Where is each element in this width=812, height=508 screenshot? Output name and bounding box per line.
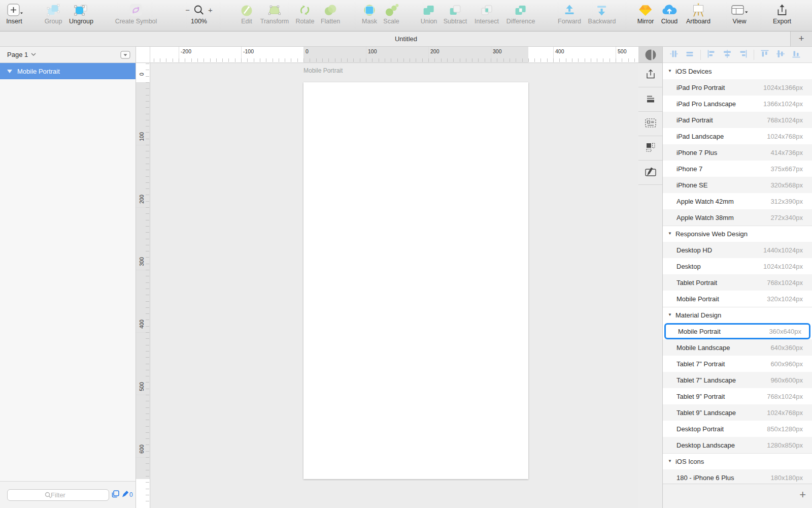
transform-button[interactable]: Transform [260, 2, 289, 25]
align-middle-vertically-button[interactable] [775, 49, 786, 61]
device-preset-row[interactable]: Apple Watch 42mm312x390px [663, 193, 812, 209]
page-selector[interactable]: Page 1 [0, 47, 136, 63]
device-section-header[interactable]: ▼iOS Icons [663, 453, 812, 469]
group-button[interactable]: Group [45, 2, 62, 25]
rotate-button[interactable]: Rotate [296, 2, 315, 25]
edit-label: Edit [240, 18, 254, 25]
sidebar-footer: 0 [0, 481, 136, 508]
device-preset-row[interactable]: iPhone SE320x568px [663, 177, 812, 193]
mask-button[interactable]: Mask [362, 2, 377, 25]
new-tab-button[interactable]: + [790, 31, 812, 47]
align-top-button[interactable] [760, 49, 770, 61]
cloud-button[interactable]: Cloud [661, 2, 678, 25]
preset-list-footer: + [663, 484, 812, 508]
rotate-icon [296, 2, 315, 18]
zoom-out-button[interactable]: − [185, 6, 190, 14]
device-preset-row[interactable]: Apple Watch 38mm272x340px [663, 209, 812, 226]
add-preset-button[interactable]: + [799, 488, 806, 501]
ruler-tick [154, 58, 154, 62]
distribute-horizontally-button[interactable] [669, 49, 679, 61]
create-symbol-button[interactable]: Create Symbol [115, 2, 157, 25]
ungroup-button[interactable]: Ungroup [69, 2, 93, 25]
page-list-toggle-icon[interactable] [120, 51, 130, 59]
annotate-pen-tool[interactable] [638, 161, 662, 185]
device-preset-row[interactable]: Desktop HD1440x1024px [663, 242, 812, 258]
device-preset-row[interactable]: Mobile Portrait320x1024px [663, 291, 812, 307]
device-preset-row[interactable]: iPhone 7375x667px [663, 161, 812, 177]
pencil-icon[interactable] [121, 490, 129, 498]
view-button[interactable]: View [730, 2, 749, 25]
align-right-button[interactable] [738, 49, 748, 61]
device-preset-row[interactable]: Mobile Landscape640x360px [663, 339, 812, 356]
ruler-tick [146, 420, 149, 420]
device-preset-row[interactable]: Tablet 9” Landscape1024x768px [663, 404, 812, 421]
ruler-tick [146, 414, 149, 414]
ruler-tick [146, 226, 149, 227]
device-preset-row[interactable]: iPhone 7 Plus414x736px [663, 144, 812, 161]
union-button[interactable]: Union [421, 2, 437, 25]
device-preset-row[interactable]: Tablet Portrait768x1024px [663, 274, 812, 291]
device-preset-row[interactable]: Desktop1024x1024px [663, 258, 812, 274]
craft-logo-cell[interactable] [638, 47, 662, 63]
forward-button[interactable]: Forward [558, 2, 581, 25]
device-section-header[interactable]: ▼Material Design [663, 307, 812, 323]
disclosure-triangle-icon[interactable] [7, 70, 12, 73]
flatten-button[interactable]: Flatten [321, 2, 340, 25]
subtract-button[interactable]: Subtract [444, 2, 467, 25]
device-preset-row[interactable]: Tablet 7” Portrait600x960px [663, 356, 812, 372]
section-collapse-triangle-icon[interactable]: ▼ [668, 459, 672, 463]
artboard[interactable] [303, 82, 528, 479]
align-left-button[interactable] [706, 49, 717, 61]
form-card-tool[interactable] [638, 112, 662, 136]
artboard-button[interactable]: Artboard [686, 2, 710, 25]
align-bottom-button[interactable] [791, 49, 801, 61]
section-collapse-triangle-icon[interactable]: ▼ [668, 231, 672, 236]
preset-size: 360x640px [769, 328, 801, 335]
device-preset-row[interactable]: 180 - iPhone 6 Plus180x180px [663, 469, 812, 484]
share-tool[interactable] [638, 63, 662, 87]
section-collapse-triangle-icon[interactable]: ▼ [668, 69, 672, 73]
difference-button[interactable]: Difference [506, 2, 535, 25]
ruler-tick [146, 120, 149, 120]
artboard-title[interactable]: Mobile Portrait [303, 67, 343, 74]
device-preset-row[interactable]: iPad Pro Portrait1024x1366px [663, 79, 812, 96]
preset-name: Tablet Portrait [676, 279, 767, 287]
device-preset-row[interactable]: Desktop Portrait850x1280px [663, 421, 812, 437]
device-section-header[interactable]: ▼Responsive Web Design [663, 226, 812, 242]
duplicate-stack-tool[interactable] [638, 136, 662, 161]
flatten-layers-tool[interactable] [638, 87, 662, 112]
section-collapse-triangle-icon[interactable]: ▼ [668, 312, 672, 317]
artboard-preset-list[interactable]: ▼iOS DevicesiPad Pro Portrait1024x1366px… [663, 63, 812, 484]
device-section-header[interactable]: ▼iOS Devices [663, 63, 812, 79]
ruler-tick [472, 58, 472, 62]
zoom-button[interactable]: −+100% [185, 2, 213, 25]
zoom-in-button[interactable]: + [208, 6, 213, 14]
align-center-horizontally-button[interactable] [722, 49, 732, 61]
ruler-tick [191, 58, 192, 62]
edit-button[interactable]: Edit [240, 2, 254, 25]
backward-button[interactable]: Backward [588, 2, 616, 25]
filter-input[interactable] [7, 489, 109, 501]
export-button[interactable]: Export [773, 2, 791, 25]
intersect-button[interactable]: Intersect [475, 2, 499, 25]
ruler-tick [547, 58, 548, 62]
insert-button[interactable]: Insert [5, 2, 23, 25]
canvas-area[interactable]: -200-1000100200300400500 010020030040050… [136, 47, 638, 508]
device-preset-row[interactable]: iPad Pro Landscape1366x1024px [663, 96, 812, 112]
ruler-tick [146, 338, 149, 339]
ruler-tick [478, 58, 479, 62]
device-preset-row[interactable]: iPad Portrait768x1024px [663, 112, 812, 128]
device-preset-row[interactable]: Tablet 9” Portrait768x1024px [663, 388, 812, 404]
device-preset-row[interactable]: iPad Landscape1024x768px [663, 128, 812, 144]
scale-button[interactable]: Scale [383, 2, 399, 25]
layer-item-mobile-portrait[interactable]: Mobile Portrait [0, 63, 136, 79]
ruler-tick [146, 351, 149, 352]
distribute-vertically-button[interactable] [685, 49, 695, 61]
pages-overview-icon[interactable] [111, 490, 120, 498]
device-preset-row-selected[interactable]: Mobile Portrait360x640px [664, 323, 810, 339]
device-preset-row[interactable]: Tablet 7” Landscape960x600px [663, 372, 812, 388]
chevron-down-icon [31, 53, 36, 56]
mirror-button[interactable]: Mirror [637, 2, 654, 25]
device-preset-row[interactable]: Desktop Landscape1280x850px [663, 437, 812, 453]
difference-icon [506, 2, 535, 18]
